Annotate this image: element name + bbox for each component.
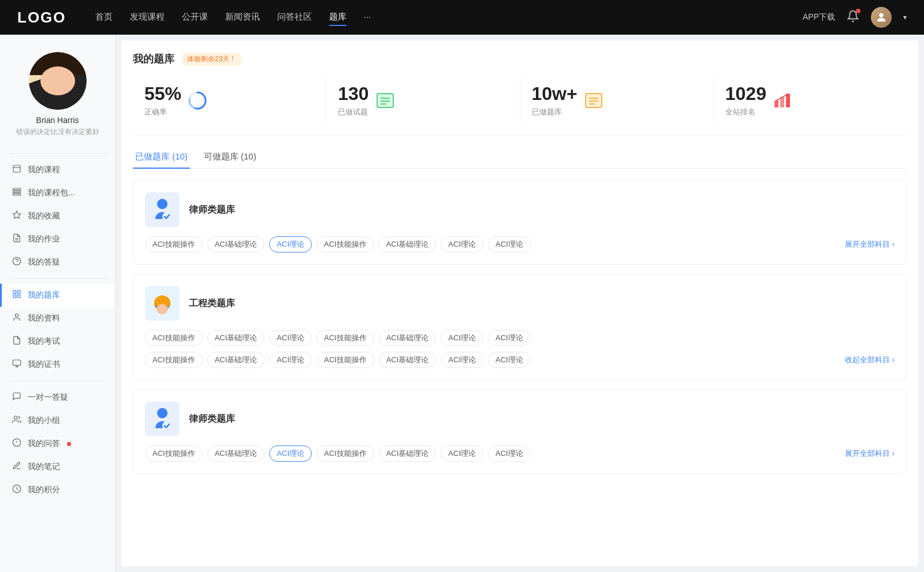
tag-e2-4[interactable]: ACI技能操作 (316, 352, 374, 368)
tag-l2-6[interactable]: ACI理论 (441, 445, 483, 462)
svg-point-0 (879, 13, 883, 17)
group-icon (12, 415, 22, 426)
nav-item-home[interactable]: 首页 (95, 9, 113, 26)
user-menu-chevron[interactable]: ▾ (903, 13, 907, 21)
tag-l1-1[interactable]: ACI技能操作 (145, 236, 203, 252)
nav-item-open[interactable]: 公开课 (182, 9, 208, 26)
tag-l1-3[interactable]: ACI理论 (269, 236, 312, 252)
sidebar-divider-top (9, 153, 106, 154)
tag-l2-7[interactable]: ACI理论 (488, 445, 531, 462)
tag-e2-6[interactable]: ACI理论 (441, 352, 483, 368)
nav-item-more[interactable]: ··· (364, 9, 371, 26)
bank-section-engineer: 工程类题库 ACI技能操作 ACI基础理论 ACI理论 ACI技能操作 ACI基… (133, 274, 907, 380)
tag-e1-5[interactable]: ACI基础理论 (379, 330, 437, 346)
sidebar-item-questions[interactable]: 我的答疑 (0, 251, 115, 274)
sidebar-item-favorites[interactable]: 我的收藏 (0, 205, 115, 228)
profile-icon (12, 313, 22, 324)
stat-value-banks: 10w+ (532, 83, 578, 105)
svg-rect-5 (13, 194, 20, 195)
tab-done[interactable]: 已做题库 (10) (133, 147, 190, 168)
myqa-icon (12, 438, 22, 450)
svg-rect-13 (13, 295, 16, 298)
nav-item-bank[interactable]: 题库 (329, 9, 346, 26)
stat-label-banks: 已做题库 (532, 107, 578, 117)
sidebar-item-homework[interactable]: 我的作业 (0, 228, 115, 251)
stat-value-correct: 55% (144, 83, 181, 105)
sidebar-item-courses[interactable]: 我的课程 (0, 158, 115, 181)
sidebar-label-group: 我的小组 (28, 415, 60, 426)
tag-e1-4[interactable]: ACI技能操作 (316, 330, 374, 346)
nav-item-news[interactable]: 新闻资讯 (225, 9, 260, 26)
sidebar-label-favorites: 我的收藏 (28, 211, 60, 221)
sidebar-item-notes[interactable]: 我的笔记 (0, 455, 115, 478)
tag-l1-5[interactable]: ACI基础理论 (379, 236, 437, 252)
stat-value-rank: 1029 (725, 83, 766, 105)
sidebar-item-certificate[interactable]: 我的证书 (0, 353, 115, 376)
svg-point-40 (157, 199, 167, 209)
tag-l1-4[interactable]: ACI技能操作 (316, 236, 374, 252)
certificate-icon (12, 359, 22, 370)
notification-bell[interactable] (847, 10, 859, 25)
sidebar-label-certificate: 我的证书 (28, 359, 60, 370)
sidebar-item-bank[interactable]: 我的题库 (0, 284, 115, 307)
sidebar-item-profile[interactable]: 我的资料 (0, 307, 115, 330)
tags-row-lawyer-2: ACI技能操作 ACI基础理论 ACI理论 ACI技能操作 ACI基础理论 AC… (145, 445, 895, 462)
svg-rect-11 (13, 291, 16, 294)
sidebar-user-name: Brian Harris (36, 116, 79, 125)
expand-link-lawyer-1[interactable]: 展开全部科目 › (845, 239, 895, 250)
svg-rect-14 (17, 295, 20, 298)
svg-rect-12 (17, 291, 20, 294)
1to1-icon (12, 392, 22, 403)
sidebar-item-1to1[interactable]: 一对一答疑 (0, 386, 115, 409)
sidebar-label-questions: 我的答疑 (28, 257, 60, 268)
sidebar-label-bank: 我的题库 (28, 290, 60, 300)
sidebar-item-group[interactable]: 我的小组 (0, 409, 115, 432)
sidebar-item-course-packages[interactable]: 我的课程包... (0, 181, 115, 205)
sidebar-item-exam[interactable]: 我的考试 (0, 330, 115, 353)
svg-rect-1 (13, 165, 20, 172)
sidebar-label-profile: 我的资料 (28, 313, 60, 324)
tag-l2-2[interactable]: ACI基础理论 (207, 445, 265, 462)
bank-section-lawyer-1: 律师类题库 ACI技能操作 ACI基础理论 ACI理论 ACI技能操作 ACI基… (133, 180, 907, 265)
notes-icon (12, 461, 22, 473)
tag-e1-3[interactable]: ACI理论 (269, 330, 312, 346)
bank-header-lawyer-2: 律师类题库 (145, 402, 895, 436)
expand-link-lawyer-2[interactable]: 展开全部科目 › (845, 448, 895, 459)
svg-rect-37 (774, 101, 778, 107)
tag-l2-1[interactable]: ACI技能操作 (145, 445, 203, 462)
tag-e2-2[interactable]: ACI基础理论 (207, 352, 265, 368)
tag-e2-5[interactable]: ACI基础理论 (379, 352, 437, 368)
tag-l1-6[interactable]: ACI理论 (441, 236, 483, 252)
bank-title-lawyer-1: 律师类题库 (189, 204, 235, 216)
tag-e1-1[interactable]: ACI技能操作 (145, 330, 203, 346)
tag-e2-1[interactable]: ACI技能操作 (145, 352, 203, 368)
nav-logo: LOGO (17, 9, 66, 27)
nav-item-qa[interactable]: 问答社区 (277, 9, 312, 26)
tag-e1-2[interactable]: ACI基础理论 (207, 330, 265, 346)
bank-header-engineer: 工程类题库 (145, 286, 895, 321)
tag-l1-2[interactable]: ACI基础理论 (207, 236, 265, 252)
tag-l1-7[interactable]: ACI理论 (488, 236, 531, 252)
tag-l2-3[interactable]: ACI理论 (269, 445, 312, 462)
main-content: 我的题库 体验剩余23天！ 55% 正确率 (121, 40, 918, 566)
tag-e2-3[interactable]: ACI理论 (269, 352, 312, 368)
stat-label-done: 已做试题 (338, 107, 368, 117)
collapse-link-engineer[interactable]: 收起全部科目 › (845, 355, 895, 365)
tag-e1-6[interactable]: ACI理论 (441, 330, 483, 346)
stat-correct-rate: 55% 正确率 (133, 77, 326, 123)
sidebar-item-myqa[interactable]: 我的问答 (0, 432, 115, 455)
tag-e1-7[interactable]: ACI理论 (488, 330, 531, 346)
tab-available[interactable]: 可做题库 (10) (202, 147, 259, 168)
nav-item-discover[interactable]: 发现课程 (130, 9, 165, 26)
bank-icon-lawyer-1 (145, 192, 180, 227)
sidebar-divider-mid (9, 278, 106, 279)
courses-icon (12, 164, 22, 176)
tag-l2-5[interactable]: ACI基础理论 (379, 445, 437, 462)
user-avatar[interactable] (871, 7, 892, 28)
stats-row: 55% 正确率 130 已做试题 (133, 77, 907, 135)
tag-e2-7[interactable]: ACI理论 (488, 352, 531, 368)
tag-l2-4[interactable]: ACI技能操作 (316, 445, 374, 462)
sidebar-item-points[interactable]: 我的积分 (0, 478, 115, 502)
tags-row-lawyer-1: ACI技能操作 ACI基础理论 ACI理论 ACI技能操作 ACI基础理论 AC… (145, 236, 895, 252)
app-download[interactable]: APP下载 (803, 12, 835, 23)
